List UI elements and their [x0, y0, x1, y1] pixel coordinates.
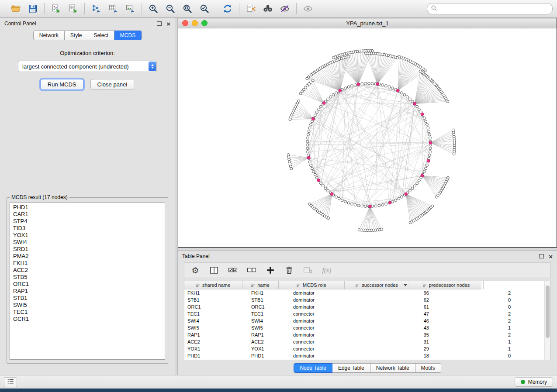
- export-document-icon[interactable]: [244, 2, 257, 15]
- delete-column-icon[interactable]: [284, 265, 295, 276]
- mcds-result-item[interactable]: PMA2: [13, 253, 165, 260]
- memory-button[interactable]: Memory: [515, 377, 553, 387]
- cell-shared-name: RAP1: [184, 331, 248, 338]
- close-panel-icon[interactable]: ×: [166, 21, 170, 27]
- delete-table-icon[interactable]: [302, 265, 314, 276]
- find-icon[interactable]: [261, 2, 274, 15]
- cell-predecessor-nodes: 0: [434, 296, 515, 303]
- tab-network-table[interactable]: Network Table: [370, 363, 415, 373]
- mcds-result-item[interactable]: STB1: [13, 295, 165, 302]
- cell-mcds-role: dominator: [290, 296, 362, 303]
- mcds-result-item[interactable]: RAP1: [13, 288, 165, 295]
- table-row[interactable]: YOX1YOX1connector291: [184, 345, 550, 352]
- sort-icon: [356, 283, 360, 287]
- tab-style[interactable]: Style: [65, 31, 88, 40]
- zoom-in-icon[interactable]: [147, 2, 160, 15]
- column-header-label: name: [257, 282, 270, 288]
- new-network-icon[interactable]: [90, 2, 103, 15]
- add-column-icon[interactable]: [265, 265, 276, 276]
- open-folder-icon[interactable]: [9, 2, 22, 15]
- close-table-panel-icon[interactable]: ×: [549, 253, 553, 260]
- tab-node-table[interactable]: Node Table: [294, 363, 332, 373]
- column-header-mcds-role[interactable]: MCDS role: [279, 281, 345, 289]
- mcds-result-item[interactable]: SWI5: [13, 302, 165, 309]
- criterion-dropdown[interactable]: largest connected component (undirected): [18, 61, 157, 72]
- split-columns-icon[interactable]: [208, 265, 220, 276]
- chevron-down-icon[interactable]: [404, 284, 407, 286]
- toolbar-group: [216, 2, 239, 15]
- network-window-titlebar[interactable]: YPA_prune.txt_1: [178, 18, 557, 28]
- select-all-icon[interactable]: [227, 265, 239, 276]
- tab-network[interactable]: Network: [33, 31, 65, 40]
- mcds-result-item[interactable]: TID3: [13, 225, 165, 232]
- table-panel-divider[interactable]: [178, 248, 557, 251]
- function-builder-icon[interactable]: f(x): [321, 265, 332, 276]
- save-icon[interactable]: [26, 2, 39, 15]
- table-row[interactable]: ACE2ACE2connector311: [184, 338, 550, 345]
- table-scrollbar[interactable]: [544, 281, 550, 360]
- right-column: YPA_prune.txt_1 Table Panel ×: [178, 18, 557, 375]
- panel-list-button[interactable]: [4, 377, 17, 387]
- run-mcds-button[interactable]: Run MCDS: [41, 79, 83, 90]
- mcds-result-item[interactable]: ORC1: [13, 281, 165, 288]
- cell-shared-name: FKH1: [184, 289, 248, 296]
- column-header-successor-nodes[interactable]: successor nodes: [345, 281, 409, 289]
- zoom-fit-icon[interactable]: [181, 2, 194, 15]
- panel-divider[interactable]: [175, 18, 178, 375]
- table-row[interactable]: ORC1ORC1dominator610: [184, 303, 550, 310]
- cell-predecessor-nodes: 1: [434, 338, 515, 345]
- column-header-shared-name[interactable]: shared name: [184, 281, 242, 289]
- table-row[interactable]: SWI4SWI4dominator462: [184, 317, 550, 324]
- import-network-file-icon[interactable]: [49, 2, 62, 15]
- mcds-result-item[interactable]: FKH1: [13, 260, 165, 267]
- export-image-icon[interactable]: [124, 2, 137, 15]
- mcds-result-item[interactable]: TEC1: [13, 309, 165, 316]
- mcds-result-item[interactable]: PHD1: [13, 204, 165, 211]
- table-row[interactable]: RAP1RAP1dominator352: [184, 331, 550, 338]
- mcds-result-item[interactable]: GCR1: [13, 316, 165, 323]
- float-table-panel-icon[interactable]: [539, 254, 544, 258]
- table-row[interactable]: PHD1PHD1dominator180: [184, 352, 550, 359]
- cell-successor-nodes: 31: [362, 338, 434, 345]
- float-panel-icon[interactable]: [157, 21, 162, 26]
- refresh-icon[interactable]: [221, 2, 234, 15]
- mcds-result-item[interactable]: STB5: [13, 274, 165, 281]
- window-zoom-icon[interactable]: [201, 20, 208, 26]
- deselect-all-icon[interactable]: [246, 265, 257, 276]
- zoom-selected-icon[interactable]: [198, 2, 211, 15]
- table-scrollbar-thumb[interactable]: [546, 285, 550, 338]
- tab-edge-table[interactable]: Edge Table: [332, 363, 370, 373]
- tab-select[interactable]: Select: [88, 31, 114, 40]
- mcds-result-item[interactable]: STP4: [13, 218, 165, 225]
- mcds-result-item[interactable]: YOX1: [13, 232, 165, 239]
- zoom-out-icon[interactable]: [164, 2, 177, 15]
- column-header-label: shared name: [202, 282, 230, 288]
- tab-mcds[interactable]: MCDS: [114, 31, 142, 40]
- mcds-result-item[interactable]: SRD1: [13, 246, 165, 253]
- close-panel-button[interactable]: Close panel: [90, 79, 135, 90]
- hide-selected-icon[interactable]: [278, 2, 291, 15]
- mcds-result-list[interactable]: PHD1CAR1STP4TID3YOX1SWI4SRD1PMA2FKH1ACE2…: [10, 202, 165, 360]
- window-minimize-icon[interactable]: [192, 20, 198, 26]
- network-canvas[interactable]: [178, 28, 557, 247]
- cell-shared-name: ORC1: [184, 303, 248, 310]
- show-eye-icon[interactable]: [301, 2, 315, 15]
- cell-mcds-role: connector: [290, 345, 362, 352]
- mcds-result-item[interactable]: ACE2: [13, 267, 165, 274]
- search-box[interactable]: [427, 3, 553, 14]
- dropdown-stepper-icon[interactable]: [149, 62, 156, 71]
- window-close-icon[interactable]: [182, 20, 188, 26]
- search-input[interactable]: [439, 5, 548, 12]
- new-table-icon[interactable]: [107, 2, 120, 15]
- table-row[interactable]: STB1STB1dominator620: [184, 296, 550, 303]
- mcds-result-item[interactable]: CAR1: [13, 211, 165, 218]
- tab-motifs[interactable]: Motifs: [415, 363, 441, 373]
- table-row[interactable]: TEC1TEC1connector472: [184, 310, 550, 317]
- mcds-result-item[interactable]: SWI4: [13, 239, 165, 246]
- import-table-file-icon[interactable]: [66, 2, 80, 15]
- column-header-predecessor-nodes[interactable]: predecessor nodes: [409, 281, 484, 289]
- table-row[interactable]: FKH1FKH1dominator962: [184, 289, 550, 296]
- table-row[interactable]: SWI5SWI5connector431: [184, 324, 550, 331]
- gear-icon[interactable]: ⚙: [190, 265, 201, 276]
- column-header-name[interactable]: name: [242, 281, 279, 289]
